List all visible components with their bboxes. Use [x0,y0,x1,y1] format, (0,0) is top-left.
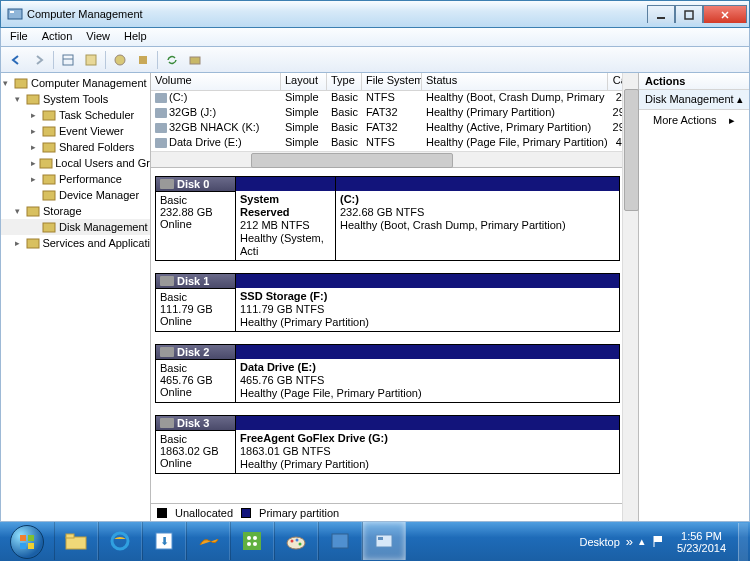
svg-rect-8 [139,56,147,64]
col-type[interactable]: Type [327,73,362,90]
legend-swatch-primary [241,508,251,518]
svg-rect-11 [27,95,39,104]
tree-node[interactable]: ▸Shared Folders [1,139,150,155]
minimize-button[interactable] [647,5,675,23]
actions-more[interactable]: More Actions ▸ [639,110,749,131]
horizontal-scrollbar[interactable] [151,151,638,167]
legend: Unallocated Primary partition [151,503,638,521]
col-status[interactable]: Status [422,73,608,90]
legend-primary: Primary partition [259,507,339,519]
volume-row[interactable]: (C:)SimpleBasicNTFSHealthy (Boot, Crash … [151,91,638,106]
taskbar-app4[interactable] [318,522,362,560]
partition[interactable]: System Reserved212 MB NTFSHealthy (Syste… [236,177,336,260]
menu-file[interactable]: File [3,28,35,46]
close-button[interactable] [703,5,747,23]
tray-desktop-label[interactable]: Desktop [579,536,619,548]
col-filesystem[interactable]: File System [362,73,422,90]
tray-flag-icon[interactable] [651,534,665,550]
vertical-scrollbar[interactable] [622,168,638,503]
window-title: Computer Management [27,8,647,20]
view-icon[interactable] [57,49,79,71]
svg-rect-17 [43,191,55,200]
taskbar-paint[interactable] [274,522,318,560]
forward-button[interactable] [28,49,50,71]
partition[interactable]: Data Drive (E:)465.76 GB NTFSHealthy (Pa… [236,345,619,402]
svg-rect-6 [86,55,96,65]
tree-node[interactable]: ▾Computer Management [1,75,150,91]
svg-rect-30 [243,532,261,550]
refresh-icon[interactable] [161,49,183,71]
disk-row[interactable]: Disk 2Basic465.76 GBOnlineData Drive (E:… [155,344,620,403]
svg-rect-40 [376,535,392,547]
partition[interactable]: FreeAgent GoFlex Drive (G:)1863.01 GB NT… [236,416,619,473]
svg-rect-4 [63,55,73,65]
svg-rect-39 [332,534,348,548]
icon-a[interactable] [132,49,154,71]
svg-rect-18 [27,207,39,216]
legend-swatch-unallocated [157,508,167,518]
partition[interactable]: SSD Storage (F:)111.79 GB NTFSHealthy (P… [236,274,619,331]
col-layout[interactable]: Layout [281,73,327,90]
window-titlebar: Computer Management [0,0,750,28]
menu-help[interactable]: Help [117,28,154,46]
svg-rect-21 [20,535,26,541]
volume-list[interactable]: Volume Layout Type File System Status Ca… [151,73,638,168]
icon-b[interactable] [184,49,206,71]
actions-section-label: Disk Management [645,93,734,106]
show-desktop-button[interactable] [738,523,748,561]
menu-action[interactable]: Action [35,28,80,46]
volume-row[interactable]: 32GB (J:)SimpleBasicFAT32Healthy (Primar… [151,106,638,121]
menu-bar: File Action View Help [0,28,750,47]
taskbar-app1[interactable]: ⬇ [142,522,186,560]
nav-tree[interactable]: ▾Computer Management▾System Tools▸Task S… [1,73,151,521]
tree-node[interactable]: ▸Services and Applicati [1,235,150,251]
chevron-right-icon: ▸ [729,114,735,127]
taskbar-compmgmt[interactable] [362,522,406,560]
start-button[interactable] [0,522,54,561]
volume-headers[interactable]: Volume Layout Type File System Status Ca… [151,73,638,91]
actions-section[interactable]: Disk Management ▴ [639,90,749,110]
taskbar-ie[interactable] [98,522,142,560]
taskbar-app2[interactable] [186,522,230,560]
svg-rect-2 [657,17,665,19]
tree-node[interactable]: ▸Task Scheduler [1,107,150,123]
tree-node[interactable]: ▸Local Users and Gr [1,155,150,171]
svg-point-35 [287,537,305,549]
volume-row[interactable]: 32GB NHACK (K:)SimpleBasicFAT32Healthy (… [151,121,638,136]
back-button[interactable] [5,49,27,71]
svg-point-37 [296,539,299,542]
volume-row[interactable]: Data Drive (E:)SimpleBasicNTFSHealthy (P… [151,136,638,151]
prop-icon[interactable] [80,49,102,71]
taskbar-app3[interactable] [230,522,274,560]
svg-rect-19 [43,223,55,232]
tree-node[interactable]: ▾System Tools [1,91,150,107]
svg-rect-15 [40,159,52,168]
help-icon[interactable] [109,49,131,71]
disk-row[interactable]: Disk 0Basic232.88 GBOnlineSystem Reserve… [155,176,620,261]
actions-more-label: More Actions [653,114,717,127]
disk-graphic-area[interactable]: Disk 0Basic232.88 GBOnlineSystem Reserve… [151,168,638,503]
svg-rect-26 [66,534,74,538]
svg-rect-9 [190,57,200,64]
tray-clock[interactable]: 1:56 PM 5/23/2014 [671,530,732,554]
col-volume[interactable]: Volume [151,73,281,90]
svg-rect-0 [8,9,22,19]
tree-node[interactable]: ▸Performance [1,171,150,187]
tree-node[interactable]: ▾Storage [1,203,150,219]
disk-row[interactable]: Disk 3Basic1863.02 GBOnlineFreeAgent GoF… [155,415,620,474]
tree-node[interactable]: ▸Event Viewer [1,123,150,139]
taskbar-explorer[interactable] [54,522,98,560]
svg-rect-20 [27,239,39,248]
svg-point-32 [253,536,257,540]
disk-row[interactable]: Disk 1Basic111.79 GBOnlineSSD Storage (F… [155,273,620,332]
maximize-button[interactable] [675,5,703,23]
tree-node[interactable]: Device Manager [1,187,150,203]
tray-expand-icon[interactable]: ▴ [639,535,645,548]
tray-chevron-icon[interactable]: » [626,534,633,549]
menu-view[interactable]: View [79,28,117,46]
svg-rect-13 [43,127,55,136]
tree-node[interactable]: Disk Management [1,219,150,235]
svg-point-36 [291,540,294,543]
partition[interactable]: (C:)232.68 GB NTFSHealthy (Boot, Crash D… [336,177,619,260]
svg-rect-22 [28,535,34,541]
